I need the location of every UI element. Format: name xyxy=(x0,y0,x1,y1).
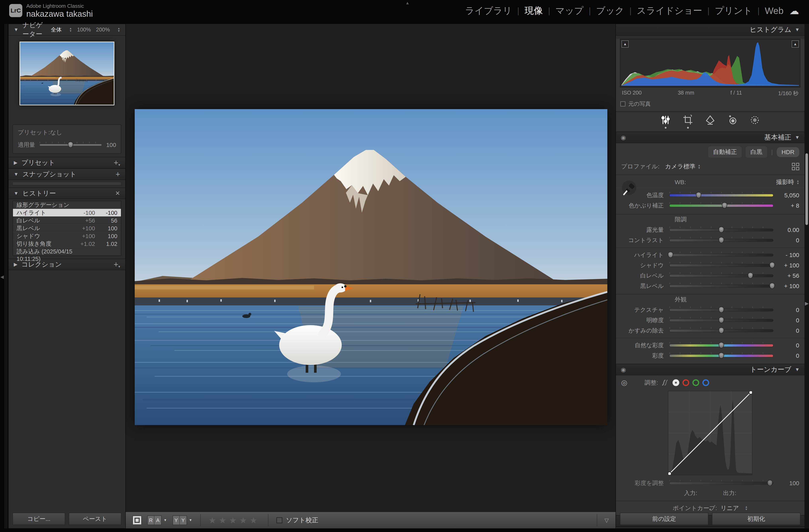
wb-value[interactable]: 撮影時 xyxy=(776,178,794,186)
reveal-right-panel-icon[interactable]: ▶ xyxy=(805,301,809,306)
history-section-header[interactable]: ▼ ヒストリー ✕ xyxy=(8,188,125,199)
histogram-header[interactable]: ヒストグラム ▼ xyxy=(616,24,805,36)
collapse-left-panel-icon[interactable]: ◀ xyxy=(0,274,4,280)
paste-button[interactable]: ペースト xyxy=(69,513,121,525)
module-tab-2[interactable]: 現像 xyxy=(524,4,543,17)
slider-knob[interactable] xyxy=(719,352,724,359)
point-curve-icon[interactable] xyxy=(672,379,679,386)
hdr-button[interactable]: HDR xyxy=(777,147,799,157)
parametric-curve-icon[interactable] xyxy=(661,379,669,386)
slider-knob[interactable] xyxy=(719,327,724,334)
add-snapshot-button[interactable]: + xyxy=(116,170,120,178)
left-panel-grip[interactable] xyxy=(4,24,7,528)
history-step[interactable]: ハイライト-100-100 xyxy=(13,209,121,217)
module-tab-7[interactable]: Web xyxy=(765,5,784,16)
slider-knob[interactable] xyxy=(767,480,773,486)
clear-history-button[interactable]: ✕ xyxy=(115,190,120,196)
point-curve-value[interactable]: リニア xyxy=(721,504,739,512)
slider-value[interactable]: - 100 xyxy=(773,252,799,259)
slider-track[interactable] xyxy=(669,308,773,312)
slider-value[interactable]: + 100 xyxy=(773,262,799,269)
highlight-clipping-icon[interactable]: ▲ xyxy=(792,40,799,48)
history-step[interactable]: シャドウ+100100 xyxy=(13,232,121,240)
red-channel-icon[interactable] xyxy=(683,379,689,386)
black-white-button[interactable]: 白黒 xyxy=(746,146,767,158)
copy-button[interactable]: コピー... xyxy=(13,513,65,525)
slider-track[interactable] xyxy=(669,482,773,485)
navigator-header[interactable]: ▼ ナビゲーター 全体 ▲▼ 100% 200% ▲▼ xyxy=(8,24,125,36)
slider-knob[interactable] xyxy=(719,342,724,348)
slider-knob[interactable] xyxy=(719,307,724,313)
healing-tool[interactable] xyxy=(705,115,716,129)
slider-value[interactable]: 0 xyxy=(773,352,799,359)
slider-track[interactable] xyxy=(669,329,773,332)
module-tab-6[interactable]: プリント xyxy=(715,4,752,17)
soft-proof-checkbox[interactable] xyxy=(276,517,282,523)
slider-track[interactable] xyxy=(669,285,773,287)
history-step[interactable]: 黒レベル+100100 xyxy=(13,225,121,232)
updown-icon[interactable]: ▲▼ xyxy=(796,180,799,185)
slider-value[interactable]: 0 xyxy=(773,317,799,324)
history-step[interactable]: 切り抜き角度+1.021.02 xyxy=(13,240,121,248)
loupe-view-icon[interactable] xyxy=(133,516,142,525)
zoom-200-option[interactable]: 200% xyxy=(96,27,110,33)
slider-track[interactable] xyxy=(669,204,773,207)
before-after-view-icon[interactable]: Y Y xyxy=(173,515,187,525)
targeted-adjustment-icon[interactable]: ◎ xyxy=(621,378,627,387)
zoom-100-option[interactable]: 100% xyxy=(77,27,91,33)
history-step[interactable]: 読み込み (2025/04/15 10:11:25) xyxy=(13,248,121,255)
module-tab-4[interactable]: ブック xyxy=(596,4,624,17)
slider-value[interactable]: 5,050 xyxy=(773,192,799,199)
updown-icon[interactable]: ▲▼ xyxy=(745,506,747,511)
snapshots-section-header[interactable]: ▼ スナップショット + xyxy=(8,169,125,180)
slider-value[interactable]: 0 xyxy=(773,342,799,349)
white-balance-eyedropper-icon[interactable] xyxy=(621,179,637,197)
slider-value[interactable]: 0 xyxy=(773,237,799,244)
reset-button[interactable]: 初期化 xyxy=(712,513,801,525)
profile-browser-icon[interactable] xyxy=(792,163,799,170)
green-channel-icon[interactable] xyxy=(692,379,699,386)
slider-knob[interactable] xyxy=(719,227,724,233)
previous-settings-button[interactable]: 前の設定 xyxy=(620,513,708,525)
edit-tool[interactable] xyxy=(660,115,671,129)
toolbar-options-dropdown-icon[interactable]: ▽ xyxy=(604,517,609,524)
crop-tool[interactable] xyxy=(682,115,693,129)
tone-curve-graph[interactable] xyxy=(668,391,753,475)
slider-value[interactable]: 0.00 xyxy=(773,227,799,233)
slider-track[interactable] xyxy=(669,239,773,242)
slider-value[interactable]: + 100 xyxy=(773,283,799,289)
updown-icon[interactable]: ▲▼ xyxy=(698,164,701,169)
module-tab-1[interactable]: ライブラリ xyxy=(465,4,512,17)
photo-canvas[interactable] xyxy=(135,109,607,425)
slider-track[interactable] xyxy=(669,229,773,231)
before-after-caret-icon[interactable]: ▼ xyxy=(189,518,192,522)
profile-value[interactable]: カメラ標準 xyxy=(665,162,695,171)
slider-track[interactable] xyxy=(669,344,773,347)
slider-value[interactable]: 100 xyxy=(773,480,799,486)
slider-value[interactable]: 0 xyxy=(773,327,799,334)
slider-knob[interactable] xyxy=(668,252,673,258)
updown-icon[interactable]: ▲▼ xyxy=(69,27,72,32)
reference-view-icon[interactable]: R A xyxy=(147,515,161,525)
history-step[interactable]: 白レベル+5656 xyxy=(13,217,121,225)
module-tab-5[interactable]: スライドショー xyxy=(637,4,702,17)
scrollbar-thumb[interactable] xyxy=(805,153,808,225)
zoom-fit-option[interactable]: 全体 xyxy=(51,26,62,33)
slider-value[interactable]: + 8 xyxy=(773,202,799,209)
basic-panel-header[interactable]: ◉ 基本補正 ▼ xyxy=(616,131,805,143)
shadow-clipping-icon[interactable]: ▲ xyxy=(621,40,629,48)
slider-track[interactable] xyxy=(669,194,773,197)
blue-channel-icon[interactable] xyxy=(702,379,709,386)
window-scrollbar[interactable]: ▶ xyxy=(805,24,809,528)
add-preset-button[interactable]: +▾ xyxy=(114,159,120,167)
slider-track[interactable] xyxy=(669,254,773,256)
slider-track[interactable] xyxy=(669,274,773,277)
red-eye-tool[interactable] xyxy=(727,115,738,129)
histogram-display[interactable]: ▲ ▲ xyxy=(620,39,801,87)
presets-section-header[interactable]: ▶ プリセット +▾ xyxy=(8,157,125,169)
slider-value[interactable]: + 56 xyxy=(773,272,799,279)
slider-knob[interactable] xyxy=(722,202,727,209)
add-collection-button[interactable]: +▾ xyxy=(114,261,120,268)
show-original-checkbox[interactable] xyxy=(620,101,625,107)
auto-tone-button[interactable]: 自動補正 xyxy=(708,146,742,158)
